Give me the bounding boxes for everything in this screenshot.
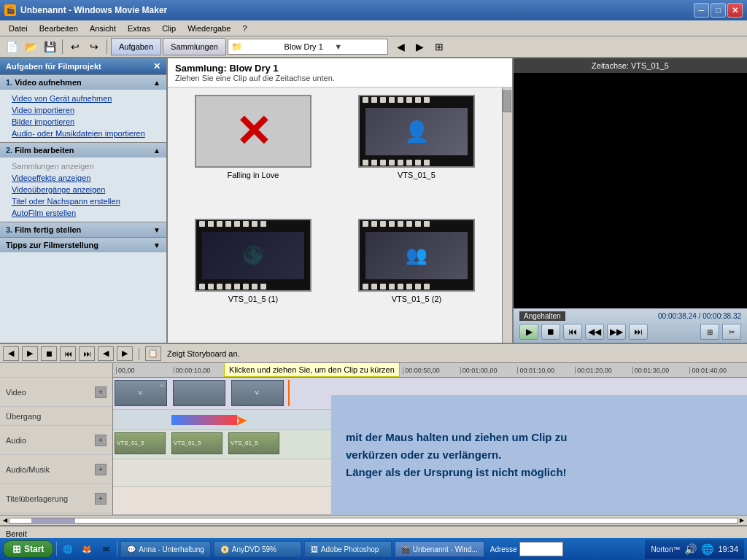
- new-button[interactable]: 📄: [3, 38, 20, 55]
- link-video-geraet[interactable]: Video von Gerät aufnehmen: [0, 93, 166, 104]
- grid-view-button[interactable]: ⊞: [430, 38, 448, 55]
- split-button[interactable]: ✂: [722, 324, 741, 340]
- video-clip-1[interactable]: V. V.: [115, 380, 167, 406]
- media-item-vts01-2[interactable]: 👥 VTS_01_5 (2): [338, 219, 495, 335]
- media-scrollbar[interactable]: [502, 88, 512, 343]
- volume-icon[interactable]: 🔊: [684, 543, 697, 555]
- menu-datei[interactable]: Datei: [3, 23, 34, 34]
- photoshop-icon: 🖼: [311, 545, 318, 553]
- scroll-right-button[interactable]: ▶: [738, 517, 746, 524]
- video-add-button[interactable]: +: [95, 386, 107, 398]
- link-videoubergange[interactable]: Videoübergänge anzeigen: [0, 184, 166, 195]
- address-label: Adresse: [490, 545, 517, 553]
- tl-next-button[interactable]: ▶: [117, 346, 133, 361]
- fullscreen-button[interactable]: ⊞: [700, 324, 719, 340]
- menu-ansicht[interactable]: Ansicht: [84, 23, 122, 34]
- link-video-importieren[interactable]: Video importieren: [0, 104, 166, 116]
- link-bilder-importieren[interactable]: Bilder importieren: [0, 116, 166, 128]
- norton-label: Norton™: [651, 545, 680, 553]
- menu-extras[interactable]: Extras: [122, 23, 156, 34]
- collection-name: Blow Dry 1: [285, 42, 335, 51]
- play-button[interactable]: ▶: [519, 324, 538, 340]
- link-autofilm[interactable]: AutoFilm erstellen: [0, 207, 166, 219]
- start-button[interactable]: ⊞ Start: [3, 540, 53, 558]
- ie-icon[interactable]: 🌐: [60, 541, 76, 557]
- section-2-content: Sammlungen anzeigen Videoeffekte anzeige…: [0, 158, 166, 222]
- moviemaker-label: Unbenannt - Wind...: [413, 545, 478, 553]
- email-icon[interactable]: ✉: [98, 541, 114, 557]
- menu-help[interactable]: ?: [236, 23, 252, 34]
- scrollbar-track[interactable]: [9, 518, 738, 524]
- section-1-content: Video von Gerät aufnehmen Video importie…: [0, 90, 166, 142]
- fast-forward-button[interactable]: ⏭: [629, 324, 648, 340]
- menu-wiedergabe[interactable]: Wiedergabe: [182, 23, 236, 34]
- anna-icon: 💬: [127, 545, 136, 553]
- audio-clip-3[interactable]: VTS_01_5: [228, 432, 279, 454]
- audio-clip-1[interactable]: VTS_01_5: [115, 432, 166, 454]
- tl-prev-button[interactable]: ◀: [98, 346, 114, 361]
- prev-frame-button[interactable]: ◀◀: [585, 324, 604, 340]
- media-label-vts01: VTS_01_5: [398, 171, 436, 179]
- storyboard-toggle-button[interactable]: 📋: [145, 346, 161, 361]
- video-clip-3[interactable]: V.: [231, 380, 284, 406]
- tl-stop-button[interactable]: ⏹: [41, 346, 57, 361]
- menu-bearbeiten[interactable]: Bearbeiten: [34, 23, 84, 34]
- media-item-vts01[interactable]: 👤 VTS_01_5: [338, 95, 495, 211]
- moviemaker-icon: 🎬: [401, 545, 410, 553]
- menu-clip[interactable]: Clip: [156, 23, 182, 34]
- thumb-vts01-1: 🌑: [195, 219, 311, 292]
- main-content: Aufgaben für Filmprojekt ✕ 1. Video aufn…: [0, 58, 747, 343]
- tl-rewind-button[interactable]: ⏮: [60, 346, 76, 361]
- storyboard-label: Zeigt Storyboard an.: [167, 349, 240, 358]
- audiomusik-add-button[interactable]: +: [95, 464, 107, 475]
- redo-button[interactable]: ↪: [85, 38, 103, 55]
- firefox-icon[interactable]: 🦊: [79, 541, 95, 557]
- taskbar-moviemaker[interactable]: 🎬 Unbenannt - Wind...: [395, 541, 484, 557]
- open-button[interactable]: 📂: [22, 38, 39, 55]
- next-frame-button[interactable]: ▶▶: [607, 324, 626, 340]
- close-button[interactable]: ✕: [727, 3, 743, 18]
- nav-back-button[interactable]: ◀: [392, 38, 410, 55]
- media-item-vts01-1[interactable]: 🌑 VTS_01_5 (1): [175, 219, 331, 335]
- tab-aufgaben[interactable]: Aufgaben: [111, 38, 161, 55]
- titeluberlag-add-button[interactable]: +: [95, 493, 107, 505]
- section-1-header[interactable]: 1. Video aufnehmen ▲: [0, 74, 166, 90]
- section-2-header[interactable]: 2. Film bearbeiten ▲: [0, 142, 166, 158]
- tab-aufgaben-label: Aufgaben: [119, 42, 153, 51]
- tl-play-button[interactable]: ▶: [22, 346, 38, 361]
- scroll-left-button[interactable]: ◀: [1, 517, 9, 524]
- scrollbar-thumb[interactable]: [31, 518, 75, 523]
- taskbar-photoshop[interactable]: 🖼 Adobe Photoshop: [304, 541, 392, 557]
- address-input[interactable]: [519, 542, 563, 556]
- audio-clip-2[interactable]: VTS_01_5: [171, 432, 222, 454]
- timeline-scrollbar[interactable]: ◀ ▶: [0, 515, 747, 525]
- nav-forward-button[interactable]: ▶: [411, 38, 429, 55]
- track-label-audio: Audio +: [0, 426, 112, 455]
- tl-back-button[interactable]: ◀: [3, 346, 19, 361]
- video-clip-2[interactable]: [173, 380, 225, 406]
- tl-forward-button[interactable]: ⏭: [79, 346, 95, 361]
- link-videoeffekte[interactable]: Videoeffekte anzeigen: [0, 172, 166, 184]
- maximize-button[interactable]: □: [711, 3, 726, 18]
- link-titel[interactable]: Titel oder Nachspann erstellen: [0, 195, 166, 207]
- network-icon[interactable]: 🌐: [701, 543, 713, 555]
- media-label-vts01-1: VTS_01_5 (1): [228, 295, 278, 303]
- section-3-header[interactable]: 3. Film fertig stellen ▼: [0, 222, 166, 237]
- stop-button[interactable]: ⏹: [541, 324, 560, 340]
- undo-button[interactable]: ↩: [66, 38, 84, 55]
- taskbar-anna[interactable]: 💬 Anna - Unterhaltung: [120, 541, 211, 557]
- panel-close-button[interactable]: ✕: [153, 61, 160, 71]
- preview-status: Angehalten 00:00:38.24 / 00:00:38.32: [519, 311, 741, 321]
- section-tipps-header[interactable]: Tipps zur Filmerstellung ▼: [0, 237, 166, 252]
- audio-add-button[interactable]: +: [95, 435, 107, 446]
- collection-dropdown[interactable]: 📁 Blow Dry 1 ▼: [228, 39, 388, 55]
- media-item-falling-in-love[interactable]: ✕ Falling in Love: [175, 95, 331, 211]
- track-label-video: Video +: [0, 378, 112, 407]
- window-title: Unbenannt - Windows Movie Maker: [20, 5, 167, 15]
- minimize-button[interactable]: ─: [694, 3, 709, 18]
- link-audio-importieren[interactable]: Audio- oder Musikdateien importieren: [0, 128, 166, 139]
- save-button[interactable]: 💾: [41, 38, 58, 55]
- tab-sammlungen[interactable]: Sammlungen: [163, 38, 226, 55]
- rewind-button[interactable]: ⏮: [563, 324, 582, 340]
- taskbar-anydvd[interactable]: 📀 AnyDVD 59%: [214, 541, 301, 557]
